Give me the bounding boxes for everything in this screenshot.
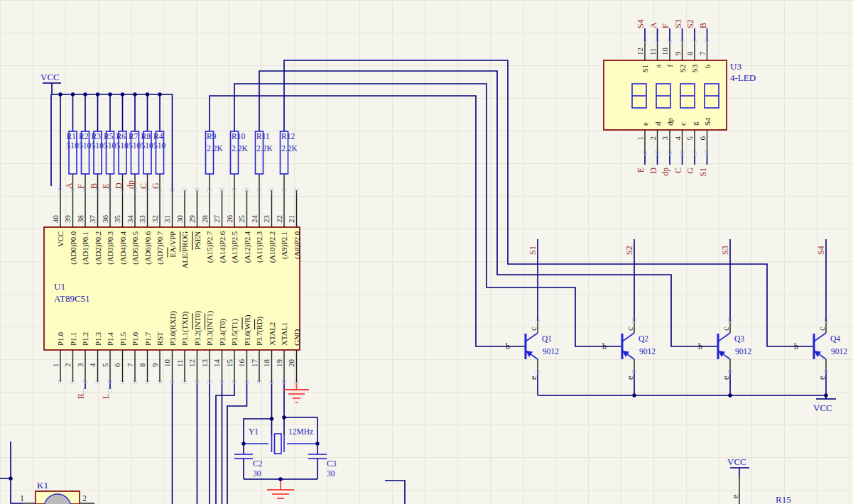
u1-pin-16-name: P3.6(WR) [243,314,252,346]
component-Q1-transistor[interactable]: bceQ19012 [506,321,559,380]
u3-pin-8-name: S3 [690,64,699,72]
component-R4-resistor[interactable]: R4510 [153,131,166,174]
component-R3-resistor[interactable]: R3510 [92,131,104,174]
R11-designator: R11 [256,132,270,141]
component-R8-resistor[interactable]: R8510 [141,131,154,174]
component-R11-resistor[interactable]: R112.2K [256,131,273,174]
u1-pin-26-name: (A13)P2.5 [230,231,239,263]
Q1-collector-label: c [528,327,538,331]
wire-bottom-center[interactable] [385,481,405,504]
component-c3-capacitor[interactable]: C3 30 [308,454,337,478]
schematic-canvas[interactable]: VCC U1 AT89C51 40VCC39(AD0)P0.0A38(AD1)P… [0,0,853,504]
u1-pin-34-number: 34 [126,215,134,224]
u1-pin-2-name: P1.1 [69,332,77,346]
wire-pin15-down[interactable] [216,382,234,504]
component-c2-capacitor[interactable]: C2 30 [234,454,263,478]
R1-designator: R1 [67,132,77,141]
component-R5-resistor[interactable]: R5510 [104,131,116,174]
Q2-collector-arm [622,333,634,341]
Q4-emitter-label: e [817,376,827,380]
net-label-dp: dp [661,168,670,176]
junction-dot [121,92,124,96]
u1-pin-35-name: (AD4)P0.4 [119,231,128,264]
u1-pin-14-number: 14 [212,359,221,368]
vcc-power-port-bottom-right[interactable]: VCC [727,456,749,477]
junction-dot [158,92,161,96]
u3-pin-12-number: 12 [636,48,644,55]
u1-pin-10-number: 10 [163,359,171,368]
vcc-label: VCC [727,456,746,467]
ground-symbol-pin20[interactable] [284,382,309,402]
u1-pin-31-name: EA/VPP [168,231,177,258]
c3-value: 30 [327,469,335,478]
vcc-power-port-top-left[interactable]: VCC [40,72,61,94]
Q1-collector-arm [526,333,538,341]
c2-designator: C2 [253,459,263,468]
component-R6-resistor[interactable]: R6510 [116,131,129,174]
component-R2-resistor[interactable]: R2510 [79,131,92,174]
Q2-base-label: b [602,341,607,351]
Q3-part-number: 9012 [735,347,751,356]
q5-emitter-label: e [730,495,740,498]
component-R12-resistor[interactable]: R122.2K [281,131,298,174]
Q3-collector-arm [718,333,730,341]
u3-pin-11-name: a [653,65,662,68]
junction-dot [632,393,636,397]
wire-r12-to-q4-base[interactable] [284,60,814,346]
vcc-power-port-right[interactable]: VCC [813,395,836,413]
u1-pin-15-name: P3.5(T1) [230,319,239,346]
u1-pin-29-number: 29 [188,215,196,224]
u1-pin-10-name: P3.0(RXD) [168,311,178,346]
u3-pin-12-name: S1 [641,65,649,72]
u1-pin-5-name: P1.4 [106,332,114,346]
u1-pin-29-name: PSEN [193,231,202,250]
component-y1-crystal[interactable]: Y1 12MHz [244,427,317,454]
wire-xtal1-to-c3[interactable] [284,417,317,454]
net-label-S4: S4 [816,246,826,255]
component-R10-resistor[interactable]: R102.2K [231,131,249,174]
schematic-sheet[interactable]: VCC U1 AT89C51 40VCC39(AD0)P0.0A38(AD1)P… [0,0,853,504]
component-Q4-transistor[interactable]: bceQ49012 [794,321,847,380]
R5-value: 510 [104,141,116,150]
ground-symbol-crystal[interactable] [267,479,294,498]
u1-pin-19-name: XTAL1 [280,322,288,346]
component-k1-button[interactable]: K1 1 2 [20,480,94,504]
net-label-F: F [76,184,86,189]
u3-pin-4-number: 4 [673,136,682,141]
Q3-emitter-label: e [721,376,731,380]
Q4-base-label: b [794,341,798,351]
Q4-part-number: 9012 [831,347,847,356]
u1-pin-5-number: 5 [101,363,109,367]
u1-pin-32-number: 32 [151,215,159,223]
wire-xtal2-to-c2[interactable] [244,419,272,454]
u1-pin-12-name: P3.2(INT0) [193,310,202,346]
hot-point [84,389,87,393]
u3-pin-5-name: g [690,121,699,126]
u1-pin-22-name: (A9)P2.1 [280,231,289,259]
u1-pin-30-number: 30 [175,215,184,224]
k1-pin-1-number: 1 [20,493,24,503]
component-Q3-transistor[interactable]: bceQ39012 [698,321,751,380]
u1-pin-9-number: 9 [151,363,159,367]
net-label-dp: dp [126,180,136,189]
Q1-base-label: b [506,341,510,351]
component-R7-resistor[interactable]: R7510 [129,131,141,174]
u1-pin-1-name: P1.0 [56,332,65,346]
component-R1-resistor[interactable]: R1510 [67,131,80,174]
Q4-collector-label: c [817,327,827,331]
R8-value: 510 [141,141,154,150]
R11-value: 2.2K [256,144,273,153]
junction-dot [278,477,282,481]
u1-pin-3-name: P1.2 [81,332,89,346]
u1-pin-13-number: 13 [200,359,209,368]
Q2-part-number: 9012 [639,347,656,356]
u1-pin-16-number: 16 [237,359,246,368]
component-Q2-transistor[interactable]: bceQ29012 [602,321,656,380]
net-label-G: G [151,182,161,189]
u1-pin-11-name: P3.1(TXD) [180,311,190,346]
u3-designator: U3 [730,61,741,72]
R6-value: 510 [116,141,129,150]
component-R9-resistor[interactable]: R92.2K [206,131,224,174]
u1-pin-28-name: (A15)P2.7 [205,231,214,263]
u1-pin-33-name: (AD6)P0.6 [143,231,153,264]
